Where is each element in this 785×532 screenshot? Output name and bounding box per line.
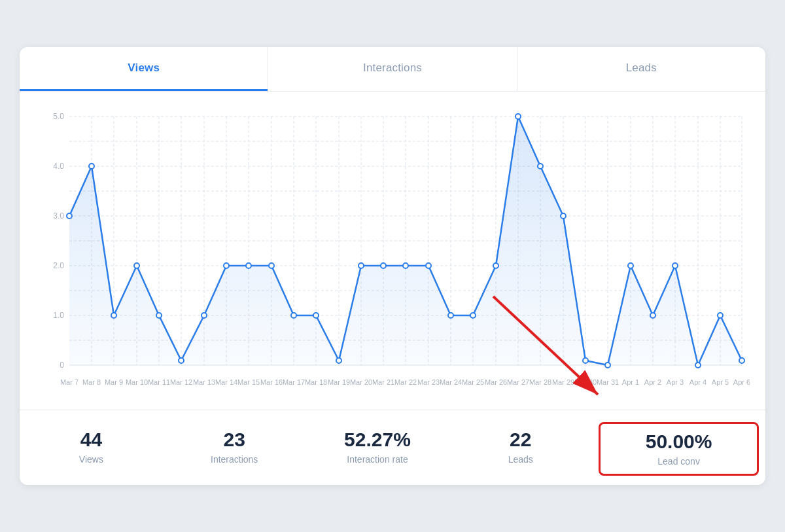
svg-text:Apr 4: Apr 4 [689,378,706,386]
svg-text:Mar 11: Mar 11 [148,378,170,386]
svg-text:Mar 12: Mar 12 [170,378,192,386]
stat-views-value: 44 [20,429,163,451]
tab-leads[interactable]: Leads [517,47,765,91]
svg-text:Mar 10: Mar 10 [126,378,148,386]
stat-views: 44 Views [20,429,163,469]
data-point [201,313,207,318]
stats-row: 44 Views 23 Interactions 52.27% Interact… [20,410,765,485]
analytics-card: Views Interactions Leads [20,47,765,485]
data-point [493,263,498,268]
data-point [583,358,588,363]
svg-text:Mar 14: Mar 14 [215,378,237,386]
data-point [426,263,431,268]
svg-text:3.0: 3.0 [53,211,64,221]
stat-interaction-rate: 52.27% Interaction rate [306,429,449,469]
svg-text:Apr 2: Apr 2 [644,378,661,386]
svg-text:Mar 19: Mar 19 [328,378,350,386]
data-point [313,313,319,318]
data-point [269,263,274,268]
svg-text:Mar 24: Mar 24 [440,378,462,386]
svg-text:Mar 20: Mar 20 [350,378,372,386]
stat-leads-label: Leads [508,454,533,465]
data-point [156,313,162,318]
svg-text:Mar 13: Mar 13 [193,378,215,386]
svg-text:Mar 25: Mar 25 [462,378,484,386]
data-point [628,263,633,268]
stat-interactions-label: Interactions [211,454,258,465]
svg-text:Mar 15: Mar 15 [237,378,260,386]
stat-interaction-rate-label: Interaction rate [347,454,408,465]
data-point [515,114,521,119]
stat-views-label: Views [79,454,103,465]
svg-text:Apr 1: Apr 1 [622,378,639,386]
data-point [561,213,566,219]
data-point [739,358,744,363]
svg-text:Mar 18: Mar 18 [305,378,327,386]
svg-text:Mar 16: Mar 16 [260,378,283,386]
tab-views[interactable]: Views [20,47,268,91]
chart-area: 5.0 4.0 3.0 2.0 1.0 0 [20,92,765,410]
stat-lead-conv-value: 50.00% [607,431,750,453]
data-point [695,363,701,368]
stat-interactions-value: 23 [163,429,306,451]
data-point [381,263,386,268]
data-point [650,313,655,318]
svg-text:Mar 26: Mar 26 [485,378,507,386]
tab-interactions[interactable]: Interactions [268,47,516,91]
svg-text:0: 0 [60,361,64,370]
svg-text:1.0: 1.0 [53,311,64,320]
data-point [89,164,94,169]
stat-interaction-rate-value: 52.27% [306,429,449,451]
stat-lead-conv-label: Lead conv [657,456,700,467]
svg-text:Apr 6: Apr 6 [733,378,750,386]
svg-text:Apr 3: Apr 3 [667,378,684,386]
data-point [336,358,341,363]
svg-text:2.0: 2.0 [53,261,64,270]
data-point [718,313,723,318]
data-point [448,313,453,318]
svg-text:4.0: 4.0 [53,162,64,171]
svg-text:Mar 21: Mar 21 [372,378,394,386]
line-chart: 5.0 4.0 3.0 2.0 1.0 0 [35,103,750,404]
data-point [470,313,476,318]
data-point [246,263,251,268]
data-point [179,358,184,363]
svg-text:Mar 31: Mar 31 [597,378,619,386]
svg-text:Mar 17: Mar 17 [283,378,305,386]
svg-text:Mar 27: Mar 27 [507,378,529,386]
svg-text:Apr 5: Apr 5 [712,378,729,386]
stat-leads: 22 Leads [449,429,592,469]
svg-text:Mar 8: Mar 8 [82,378,101,386]
stat-lead-conv: 50.00% Lead conv [599,422,759,476]
data-point [672,263,678,268]
tab-bar: Views Interactions Leads [20,47,765,92]
data-point [358,263,364,268]
data-point [134,263,139,268]
data-point [538,164,543,169]
data-point [403,263,408,268]
stat-interactions: 23 Interactions [163,429,306,469]
svg-text:Mar 23: Mar 23 [417,378,440,386]
data-point [111,313,116,318]
svg-text:Mar 28: Mar 28 [529,378,551,386]
data-point [605,363,610,368]
svg-text:Mar 29: Mar 29 [552,378,574,386]
svg-text:Mar 7: Mar 7 [60,378,78,386]
svg-text:Mar 22: Mar 22 [394,378,417,386]
stat-leads-value: 22 [449,429,592,451]
data-point [291,313,296,318]
data-point [224,263,229,268]
svg-text:5.0: 5.0 [53,112,64,121]
svg-text:Mar 9: Mar 9 [105,378,123,386]
data-point [67,213,72,219]
